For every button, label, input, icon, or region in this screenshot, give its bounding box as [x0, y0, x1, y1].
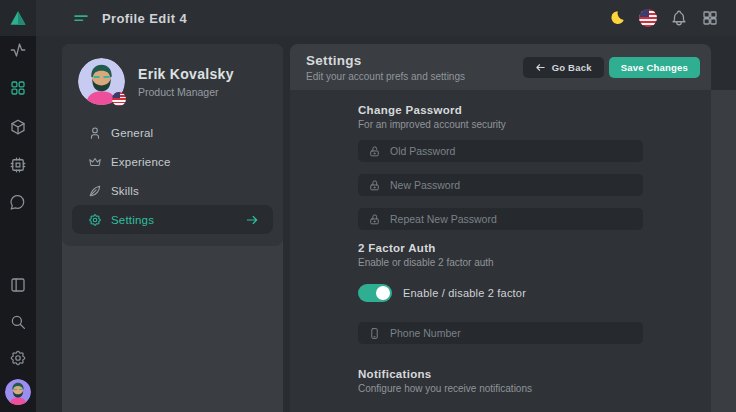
profile-sidebar-panel: Erik Kovalsky Product Manager General Ex… [62, 44, 283, 412]
gear-icon[interactable] [9, 349, 27, 367]
profile-header: Erik Kovalsky Product Manager [62, 44, 283, 105]
cpu-icon[interactable] [9, 156, 27, 174]
menu-item-label: Settings [111, 214, 154, 226]
avatar-country-flag-icon [112, 92, 126, 106]
settings-panel: Settings Edit your account prefs and set… [290, 44, 711, 412]
feather-icon [88, 184, 102, 198]
go-back-label: Go Back [552, 62, 592, 73]
settings-panel-body: Change Password For an improved account … [290, 90, 711, 394]
profile-avatar [78, 58, 125, 105]
smartphone-icon [368, 327, 381, 340]
menu-item-experience[interactable]: Experience [62, 147, 283, 176]
profile-name: Erik Kovalsky [138, 66, 234, 82]
two-factor-title: 2 Factor Auth [358, 242, 643, 254]
two-factor-subtitle: Enable or disable 2 factor auth [358, 257, 643, 268]
dark-mode-moon-icon[interactable] [608, 9, 626, 27]
old-password-field[interactable] [358, 140, 643, 162]
old-password-input[interactable] [390, 140, 643, 162]
repeat-password-field[interactable] [358, 208, 643, 230]
message-circle-icon[interactable] [9, 194, 27, 212]
repeat-password-input[interactable] [390, 208, 643, 230]
settings-panel-header: Settings Edit your account prefs and set… [290, 44, 711, 90]
menu-toggle-icon[interactable] [72, 9, 90, 27]
settings-subtitle: Edit your account prefs and settings [306, 71, 465, 82]
triangle-logo-icon [9, 9, 27, 27]
lock-icon [368, 179, 381, 192]
profile-card: Erik Kovalsky Product Manager General Ex… [62, 44, 283, 246]
menu-item-label: General [111, 127, 153, 139]
new-password-field[interactable] [358, 174, 643, 196]
arrow-right-icon [245, 213, 259, 227]
notifications-title: Notifications [358, 368, 643, 380]
menu-item-label: Skills [111, 185, 139, 197]
avatar-art [5, 379, 31, 405]
layout-sidebar-icon[interactable] [9, 276, 27, 294]
search-icon[interactable] [9, 313, 27, 331]
go-back-button[interactable]: Go Back [523, 57, 604, 78]
user-avatar-small[interactable] [5, 379, 31, 405]
package-icon[interactable] [9, 118, 27, 136]
notifications-bell-icon[interactable] [670, 9, 688, 27]
settings-title: Settings [306, 53, 465, 68]
profile-menu: General Experience Skills Settings [62, 118, 283, 234]
app-logo[interactable] [0, 0, 36, 36]
crown-icon [88, 155, 102, 169]
menu-item-settings[interactable]: Settings [72, 205, 273, 234]
layout-grid-icon[interactable] [9, 79, 27, 97]
language-flag-icon[interactable] [639, 9, 657, 27]
icon-sidebar [0, 0, 36, 412]
user-icon [88, 126, 102, 140]
page-title: Profile Edit 4 [102, 11, 187, 26]
change-password-subtitle: For an improved account security [358, 119, 643, 130]
new-password-input[interactable] [390, 174, 643, 196]
topbar-actions [608, 9, 736, 27]
change-password-title: Change Password [358, 104, 643, 116]
apps-grid-icon[interactable] [701, 9, 719, 27]
two-factor-toggle-label: Enable / disable 2 factor [403, 287, 526, 299]
phone-number-field[interactable] [358, 322, 643, 344]
profile-role: Product Manager [138, 86, 234, 98]
toggle-knob [376, 286, 390, 300]
arrow-left-icon [535, 62, 546, 73]
save-changes-button[interactable]: Save Changes [609, 57, 700, 78]
offscreen-panel-edge [711, 90, 736, 412]
lock-open-icon [368, 145, 381, 158]
phone-number-input[interactable] [390, 322, 643, 344]
menu-item-general[interactable]: General [62, 118, 283, 147]
gear-icon [88, 213, 102, 227]
lock-icon [368, 213, 381, 226]
menu-item-label: Experience [111, 156, 171, 168]
activity-icon[interactable] [9, 41, 27, 59]
top-header: Profile Edit 4 [36, 0, 736, 36]
menu-item-skills[interactable]: Skills [62, 176, 283, 205]
two-factor-toggle[interactable] [358, 284, 392, 302]
notifications-subtitle: Configure how you receive notifications [358, 383, 643, 394]
